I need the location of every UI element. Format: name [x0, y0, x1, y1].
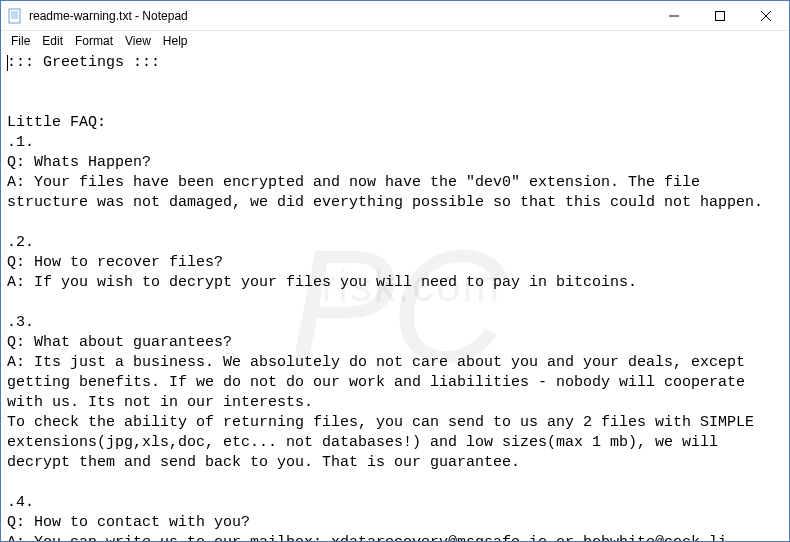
menu-help[interactable]: Help: [157, 33, 194, 49]
maximize-button[interactable]: [697, 1, 743, 30]
menu-file[interactable]: File: [5, 33, 36, 49]
notepad-icon: [7, 8, 23, 24]
document-text: ::: Greetings ::: Little FAQ: .1. Q: Wha…: [7, 54, 763, 541]
svg-rect-6: [716, 11, 725, 20]
notepad-window: readme-warning.txt - Notepad File Edit F…: [0, 0, 790, 542]
menu-view[interactable]: View: [119, 33, 157, 49]
close-button[interactable]: [743, 1, 789, 30]
window-title: readme-warning.txt - Notepad: [29, 9, 651, 23]
menu-format[interactable]: Format: [69, 33, 119, 49]
menu-edit[interactable]: Edit: [36, 33, 69, 49]
titlebar: readme-warning.txt - Notepad: [1, 1, 789, 31]
menubar: File Edit Format View Help: [1, 31, 789, 51]
window-controls: [651, 1, 789, 30]
minimize-button[interactable]: [651, 1, 697, 30]
text-editor-area[interactable]: ::: Greetings ::: Little FAQ: .1. Q: Wha…: [1, 51, 789, 541]
